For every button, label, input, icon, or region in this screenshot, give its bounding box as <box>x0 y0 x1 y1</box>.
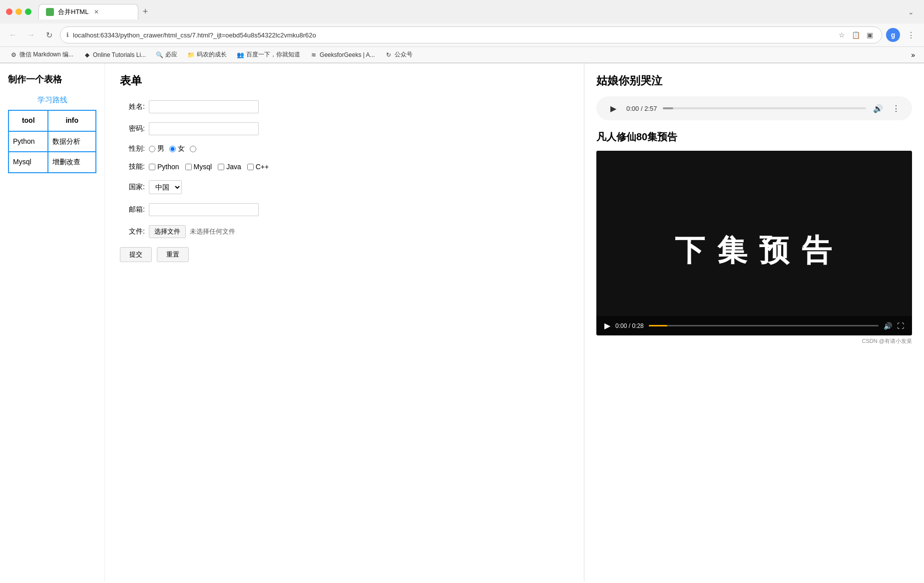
study-path-title: 学习路线 <box>8 95 96 105</box>
skill-cpp-label[interactable]: C++ <box>247 163 269 171</box>
email-input[interactable] <box>149 203 259 216</box>
bookmarks-more-button[interactable]: » <box>908 49 918 60</box>
skill-java-label[interactable]: Java <box>218 163 241 171</box>
reset-button[interactable]: 重置 <box>157 247 189 262</box>
bookmark-gongzhonghao[interactable]: ↻ 公众号 <box>381 49 417 60</box>
video-section-title: 凡人修仙80集预告 <box>596 130 912 144</box>
table-header-tool: tool <box>8 110 48 131</box>
name-row: 姓名: <box>120 100 569 113</box>
security-icon: ℹ <box>66 31 69 38</box>
password-row: 密码: <box>120 122 569 135</box>
video-main-content: 下 集 预 告 <box>596 191 912 310</box>
country-select[interactable]: 中国 美国 日本 韩国 <box>149 180 182 194</box>
gender-female-radio[interactable] <box>169 146 176 152</box>
bookmark-online-tutorials[interactable]: ◆ Online Tutorials Li... <box>79 50 150 60</box>
maximize-button[interactable] <box>25 8 31 15</box>
password-input[interactable] <box>149 122 259 135</box>
gender-other-radio[interactable] <box>190 146 196 152</box>
bookmark-online-tutorials-label: Online Tutorials Li... <box>93 51 146 58</box>
menu-button[interactable]: ⋮ <box>904 28 918 42</box>
audio-title: 姑娘你别哭泣 <box>596 73 912 88</box>
video-attribution: CSDN @有请小发菜 <box>596 337 912 345</box>
skills-checkbox-group: Python Mysql Java C++ <box>149 163 269 171</box>
gender-radio-group: 男 女 <box>149 144 196 153</box>
new-tab-button[interactable]: + <box>138 5 152 19</box>
video-play-button[interactable]: ▶ <box>604 321 610 330</box>
audio-more-button[interactable]: ⋮ <box>890 102 902 114</box>
bookmark-manong-label: 码农的成长 <box>197 50 227 59</box>
skill-cpp-checkbox[interactable] <box>247 164 254 170</box>
video-fullscreen-button[interactable]: ⛶ <box>897 322 904 330</box>
audio-progress-bar[interactable] <box>663 107 866 109</box>
profile-button[interactable]: g <box>886 28 900 42</box>
bookmark-geeksforgeeks[interactable]: ≋ GeeksforGeeks | A... <box>306 50 379 60</box>
refresh-button[interactable]: ↻ <box>42 28 56 42</box>
forward-button[interactable]: → <box>24 28 38 42</box>
tab-close-button[interactable]: ✕ <box>92 8 100 16</box>
minimize-button[interactable] <box>15 8 22 15</box>
bookmark-star-button[interactable]: ☆ <box>836 29 848 41</box>
skill-mysql-checkbox[interactable] <box>185 164 192 170</box>
video-progress-bar[interactable] <box>649 325 879 326</box>
tab-bar: 合并HTML ✕ + ⌄ <box>38 4 918 19</box>
sidebar-toggle-button[interactable]: ▣ <box>864 29 876 41</box>
table-cell-python: Python <box>8 131 48 152</box>
bookmark-wechat-md[interactable]: ⚙ 微信 Markdown 编... <box>6 49 77 60</box>
video-big-text: 下 集 预 告 <box>675 231 834 271</box>
name-input[interactable] <box>149 100 259 113</box>
audio-player: ▶ 0:00 / 2:57 🔊 ⋮ <box>596 96 912 120</box>
gender-female-label[interactable]: 女 <box>169 144 185 153</box>
form-title: 表单 <box>120 73 569 88</box>
submit-button[interactable]: 提交 <box>120 247 152 262</box>
bookmark-biyao-label: 必应 <box>165 50 177 59</box>
gender-male-label[interactable]: 男 <box>149 144 164 153</box>
skills-label: 技能: <box>120 162 145 171</box>
video-container: 抖音 鼓 抖音号: 666145414 下 集 预 告 ▶ 0:00 / 0:2… <box>596 151 912 335</box>
media-section: 姑娘你别哭泣 ▶ 0:00 / 2:57 🔊 ⋮ 凡人修仙80集预告 <box>584 63 924 582</box>
close-button[interactable] <box>6 8 12 15</box>
tab-favicon <box>46 8 54 16</box>
file-choose-button[interactable]: 选择文件 <box>149 225 186 238</box>
video-controls: ▶ 0:00 / 0:28 🔊 ⛶ <box>596 316 912 335</box>
gender-label: 性别: <box>120 144 145 153</box>
manong-icon: 📁 <box>187 51 194 58</box>
audio-current-time: 0:00 / 2:57 <box>626 105 657 112</box>
address-bar-container[interactable]: ℹ ☆ 📋 ▣ <box>60 26 882 43</box>
skill-java-text: Java <box>226 163 241 171</box>
skill-mysql-text: Mysql <box>194 163 212 171</box>
country-row: 国家: 中国 美国 日本 韩国 <box>120 180 569 194</box>
form-buttons: 提交 重置 <box>120 247 569 262</box>
password-label: 密码: <box>120 124 145 133</box>
bookmark-baidu[interactable]: 👥 百度一下，你就知道 <box>233 49 304 60</box>
bookmarks-bar: ⚙ 微信 Markdown 编... ◆ Online Tutorials Li… <box>0 47 924 63</box>
file-row: 文件: 选择文件 未选择任何文件 <box>120 225 569 238</box>
bookmark-biyao[interactable]: 🔍 必应 <box>152 49 181 60</box>
skill-python-text: Python <box>157 163 179 171</box>
email-label: 邮箱: <box>120 205 145 214</box>
video-current-time: 0:00 / 0:28 <box>615 322 644 329</box>
audio-play-button[interactable]: ▶ <box>606 101 620 115</box>
address-input[interactable] <box>73 31 832 39</box>
gender-male-text: 男 <box>157 144 164 153</box>
country-label: 国家: <box>120 183 145 192</box>
audio-progress-fill <box>663 107 673 109</box>
skill-python-label[interactable]: Python <box>149 163 179 171</box>
address-bar-actions: ☆ 📋 ▣ <box>836 29 876 41</box>
skill-java-checkbox[interactable] <box>218 164 224 170</box>
gender-male-radio[interactable] <box>149 146 155 152</box>
form-section: 表单 姓名: 密码: 性别: 男 女 <box>105 63 584 582</box>
video-volume-button[interactable]: 🔊 <box>884 322 892 330</box>
screenshot-button[interactable]: 📋 <box>850 29 862 41</box>
back-button[interactable]: ← <box>6 28 20 42</box>
skill-python-checkbox[interactable] <box>149 164 155 170</box>
table-header-info: info <box>48 110 96 131</box>
navigation-bar: ← → ↻ ℹ ☆ 📋 ▣ g ⋮ <box>0 23 924 47</box>
bookmark-manong[interactable]: 📁 码农的成长 <box>183 49 231 60</box>
active-tab[interactable]: 合并HTML ✕ <box>38 4 138 19</box>
bookmark-baidu-label: 百度一下，你就知道 <box>246 50 300 59</box>
audio-volume-button[interactable]: 🔊 <box>872 102 884 114</box>
table-cell-crud: 增删改查 <box>48 152 96 173</box>
video-progress-fill <box>649 325 667 326</box>
tab-expand-button[interactable]: ⌄ <box>904 5 918 19</box>
skill-mysql-label[interactable]: Mysql <box>185 163 212 171</box>
